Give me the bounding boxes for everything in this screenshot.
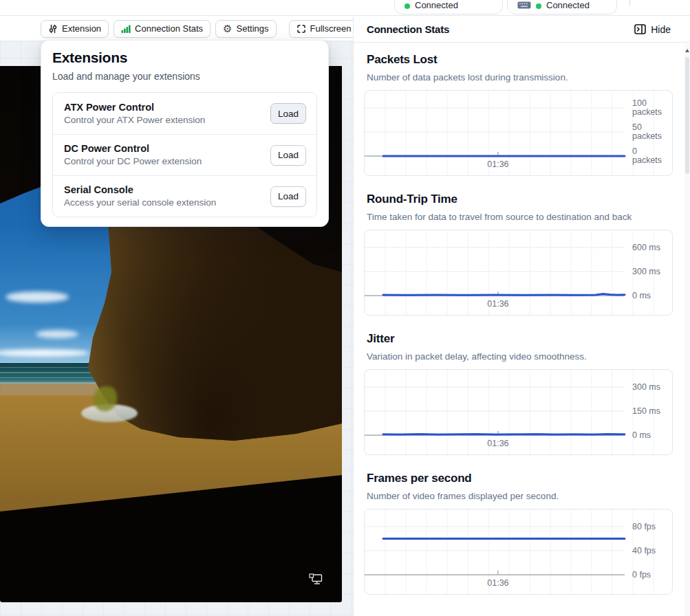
extension-description: Control your DC Power extension [64,155,270,168]
y-axis-tick-label: 300 ms [632,383,660,392]
y-axis-tick-label: 150 ms [632,407,660,416]
extension-button[interactable]: Extension [41,20,109,38]
load-serial-console-button[interactable]: Load [270,186,306,207]
packets-lost-section: Packets Lost Number of data packets lost… [364,53,690,176]
hid-connected-label: Connected [546,0,590,10]
connection-stats-header: Connection Stats Hide [354,16,690,43]
x-axis-tick-label: 01:36 [471,160,526,169]
y-axis-tick-label: 40 fps [632,547,656,556]
chart-title: Jitter [367,332,690,346]
extension-button-label: Extension [62,23,101,34]
connection-stats-title: Connection Stats [367,23,449,35]
y-axis-tick-label: 600 ms [632,243,660,252]
connection-stats-body: Packets Lost Number of data packets lost… [354,43,690,616]
y-axis-tick-label: 100packets [632,99,662,117]
load-atx-power-button[interactable]: Load [270,103,306,124]
x-axis-tick-label: 01:36 [471,299,526,309]
hid-connected-badge[interactable]: Connected [507,0,617,14]
fullscreen-button[interactable]: Fullscreen [289,20,359,38]
scrollbar-thumb[interactable] [685,57,689,174]
panel-scrollbar[interactable] [684,43,690,616]
extension-description: Control your ATX Power extension [64,114,270,126]
gear-icon: ⚙ [223,23,232,34]
settings-button[interactable]: ⚙ Settings [215,20,276,38]
round-trip-time-section: Round-Trip Time Time taken for data to t… [364,192,690,316]
extensions-popover-title: Extensions [52,50,317,66]
extension-description: Access your serial console extension [64,197,270,209]
extension-row-atx-power: ATX Power Control Control your ATX Power… [53,93,316,134]
fullscreen-button-label: Fullscreen [310,23,352,34]
status-dot-icon [405,3,410,9]
settings-button-label: Settings [237,23,269,34]
video-cloud [36,330,78,338]
extension-name: DC Power Control [64,142,270,155]
chart-subtitle: Time taken for data to travel from sourc… [367,211,690,223]
extension-name: Serial Console [64,184,270,197]
extension-info: DC Power Control Control your DC Power e… [64,142,270,168]
packets-lost-chart: 100packets50packets0packets01:36 [364,90,673,176]
extension-row-dc-power: DC Power Control Control your DC Power e… [53,134,316,175]
app-window: Connected Connected Extension [0,0,690,616]
fullscreen-icon [297,24,306,34]
video-connected-badge[interactable]: Connected [394,0,503,14]
action-toolbar: Extension Connection Stats ⚙ Settings [0,16,353,41]
y-axis-tick-label: 0 fps [632,571,651,580]
connection-stats-panel: Connection Stats Hide Packets Lost Numbe… [353,16,690,616]
round-trip-time-chart: 600 ms300 ms0 ms01:36 [364,230,673,316]
y-axis-tick-label: 50packets [632,123,662,141]
load-dc-power-button[interactable]: Load [270,145,306,166]
connection-stats-button-label: Connection Stats [135,23,203,34]
display-status-icon [309,573,323,585]
status-dot-icon [536,3,541,9]
jitter-chart: 300 ms150 ms0 ms01:36 [364,369,673,455]
chart-title: Frames per second [367,472,690,485]
chart-title: Round-Trip Time [367,192,690,206]
x-axis-tick-label: 01:36 [471,439,526,448]
y-axis-tick-label: 0 ms [632,292,651,300]
extension-name: ATX Power Control [64,101,270,114]
y-axis-tick-label: 0 ms [632,431,651,440]
hide-button-label: Hide [651,24,671,35]
y-axis-tick-label: 80 fps [632,522,656,531]
y-axis-tick-label: 300 ms [632,267,660,276]
chart-subtitle: Variation in packet delay, affecting vid… [367,351,690,362]
extensions-popover-subtitle: Load and manage your extensions [52,70,317,82]
extension-info: Serial Console Access your serial consol… [64,184,270,209]
video-connected-label: Connected [415,0,458,10]
adjustments-icon [48,24,58,34]
fps-chart: 80 fps40 fps0 fps01:36 [364,509,673,595]
connection-stats-button[interactable]: Connection Stats [114,20,211,38]
fps-section: Frames per second Number of video frames… [364,472,690,595]
scrollbar-up-arrow[interactable] [685,49,689,52]
chart-subtitle: Number of video frames displayed per sec… [367,490,690,502]
extension-info: ATX Power Control Control your ATX Power… [64,101,270,126]
extension-list: ATX Power Control Control your ATX Power… [52,92,317,217]
video-cloud [6,292,69,302]
cropped-control-edge [629,0,630,6]
hide-panel-button[interactable]: Hide [630,23,675,36]
jitter-section: Jitter Variation in packet delay, affect… [364,332,690,455]
top-status-strip: Connected Connected [0,0,690,16]
x-axis-tick-label: 01:36 [471,578,526,588]
keyboard-icon [517,1,531,9]
extension-row-serial-console: Serial Console Access your serial consol… [53,175,316,217]
chart-subtitle: Number of data packets lost during trans… [367,72,690,83]
video-moss [94,386,117,411]
extensions-popover: Extensions Load and manage your extensio… [41,40,329,227]
panel-collapse-icon [634,24,646,34]
chart-title: Packets Lost [367,53,690,67]
y-axis-tick-label: 0packets [632,147,662,165]
signal-bars-icon [121,25,131,33]
